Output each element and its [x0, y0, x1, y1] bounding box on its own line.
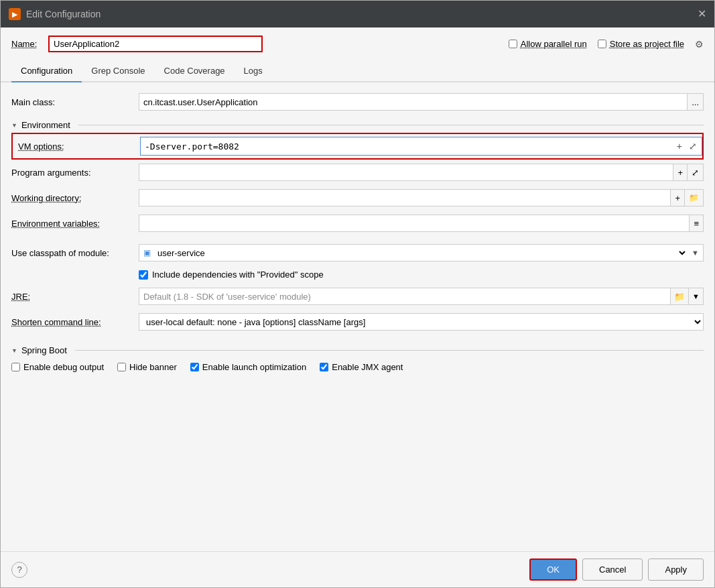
vm-options-plus-button[interactable]: +	[675, 140, 684, 152]
vm-options-input-wrapper: + ⤢	[140, 137, 702, 156]
use-classpath-label: Use classpath of module:	[11, 248, 139, 258]
shorten-command-line-label: Shorten command line:	[11, 317, 139, 327]
jre-input-group: 📁 ▼	[139, 288, 704, 305]
include-deps-label: Include dependencies with "Provided" sco…	[152, 270, 324, 280]
env-variables-input[interactable]	[139, 215, 690, 232]
app-icon: ▶	[9, 8, 21, 20]
content-area: Main class: ... ▼ Environment VM options…	[1, 82, 714, 551]
section-divider	[78, 125, 704, 125]
allow-parallel-run-label[interactable]: Allow parallel run	[509, 39, 587, 49]
name-input-wrapper	[48, 36, 263, 52]
close-button[interactable]: ✕	[698, 9, 706, 19]
tab-logs[interactable]: Logs	[235, 60, 272, 82]
vm-options-buttons: + ⤢	[672, 140, 702, 152]
enable-jmx-agent-checkbox[interactable]	[320, 363, 328, 371]
hide-banner-option[interactable]: Hide banner	[117, 362, 177, 372]
help-button[interactable]: ?	[11, 562, 27, 578]
enable-debug-output-option[interactable]: Enable debug output	[11, 362, 104, 372]
working-directory-label: Working directory:	[11, 193, 139, 203]
bottom-buttons-group: OK Cancel Apply	[529, 558, 704, 581]
spring-boot-options-row: Enable debug output Hide banner Enable l…	[11, 358, 704, 376]
tab-code-coverage[interactable]: Code Coverage	[155, 60, 235, 82]
jre-chevron-button[interactable]: ▼	[688, 288, 703, 304]
module-chevron-icon: ▼	[688, 249, 703, 257]
env-variables-browse-button[interactable]: ≡	[690, 215, 704, 232]
tabs-bar: Configuration Grep Console Code Coverage…	[1, 60, 714, 82]
enable-jmx-agent-label: Enable JMX agent	[332, 362, 403, 372]
shorten-command-line-row: Shorten command line: user-local default…	[11, 309, 704, 335]
name-row-right: Allow parallel run Store as project file…	[509, 39, 704, 50]
working-directory-input-group: + 📁	[139, 189, 704, 207]
allow-parallel-run-checkbox[interactable]	[509, 40, 517, 48]
include-deps-row: Include dependencies with "Provided" sco…	[11, 266, 704, 284]
tab-configuration[interactable]: Configuration	[11, 60, 82, 82]
enable-debug-output-checkbox[interactable]	[11, 363, 20, 371]
vm-options-label: VM options:	[13, 141, 140, 152]
env-variables-row: Environment variables: ≡	[11, 211, 704, 236]
collapse-triangle-icon: ▼	[11, 122, 17, 129]
vm-options-expand-button[interactable]: ⤢	[687, 140, 699, 152]
hide-banner-label: Hide banner	[129, 362, 177, 372]
bottom-bar: ? OK Cancel Apply	[1, 551, 714, 587]
include-deps-checkbox[interactable]	[139, 270, 148, 280]
title-bar-left: ▶ Edit Configuration	[9, 8, 101, 20]
main-class-label: Main class:	[11, 97, 139, 107]
use-classpath-row: Use classpath of module: ▣ user-service …	[11, 240, 704, 266]
module-select[interactable]: user-service	[155, 245, 688, 261]
store-as-project-file-label[interactable]: Store as project file	[598, 39, 684, 49]
working-directory-folder-button[interactable]: 📁	[685, 189, 704, 207]
dialog-title: Edit Configuration	[26, 9, 101, 19]
program-arguments-row: Program arguments: + ⤢	[11, 160, 704, 185]
spring-boot-triangle-icon: ▼	[11, 347, 17, 354]
enable-debug-output-label: Enable debug output	[23, 362, 104, 372]
enable-jmx-agent-option[interactable]: Enable JMX agent	[320, 362, 403, 372]
edit-configuration-dialog: ▶ Edit Configuration ✕ Name: Allow paral…	[0, 0, 715, 588]
gear-icon[interactable]: ⚙	[695, 39, 704, 50]
apply-button[interactable]: Apply	[648, 558, 704, 581]
main-class-row: Main class: ...	[11, 89, 704, 115]
store-as-project-file-checkbox[interactable]	[598, 40, 606, 48]
name-input[interactable]	[50, 37, 261, 51]
program-arguments-input[interactable]	[139, 164, 673, 181]
spring-boot-section-header[interactable]: ▼ Spring Boot	[11, 340, 704, 358]
jre-input[interactable]	[139, 292, 670, 302]
main-class-browse-button[interactable]: ...	[688, 93, 704, 111]
main-class-input[interactable]	[139, 93, 688, 111]
tab-grep-console[interactable]: Grep Console	[82, 60, 154, 82]
enable-launch-optimization-checkbox[interactable]	[190, 363, 199, 371]
cancel-button[interactable]: Cancel	[582, 558, 643, 581]
jre-row: JRE: 📁 ▼	[11, 284, 704, 309]
working-directory-plus-button[interactable]: +	[671, 189, 685, 207]
spring-boot-section-divider	[75, 350, 704, 351]
program-arguments-label: Program arguments:	[11, 168, 139, 178]
spring-boot-label: Spring Boot	[21, 345, 67, 355]
name-row: Name: Allow parallel run Store as projec…	[1, 27, 714, 60]
hide-banner-checkbox[interactable]	[117, 363, 126, 371]
enable-launch-optimization-option[interactable]: Enable launch optimization	[190, 362, 306, 372]
environment-label: Environment	[21, 120, 70, 130]
shorten-command-line-select[interactable]: user-local default: none - java [options…	[139, 313, 704, 331]
enable-launch-optimization-label: Enable launch optimization	[202, 362, 306, 372]
main-class-input-group: ...	[139, 93, 704, 111]
working-directory-row: Working directory: + 📁	[11, 185, 704, 211]
env-variables-label: Environment variables:	[11, 219, 139, 229]
ok-button[interactable]: OK	[529, 558, 577, 581]
jre-label: JRE:	[11, 292, 139, 302]
module-select-wrapper: ▣ user-service ▼	[139, 244, 704, 261]
module-icon: ▣	[139, 248, 155, 257]
environment-section-header[interactable]: ▼ Environment	[11, 115, 704, 133]
jre-folder-button[interactable]: 📁	[670, 288, 688, 304]
program-arguments-expand-button[interactable]: ⤢	[688, 164, 704, 181]
env-variables-input-group: ≡	[139, 215, 704, 232]
name-label: Name:	[11, 39, 42, 49]
vm-options-row: VM options: + ⤢	[11, 133, 704, 160]
program-arguments-input-group: + ⤢	[139, 164, 704, 181]
title-bar: ▶ Edit Configuration ✕	[1, 1, 714, 27]
working-directory-input[interactable]	[139, 189, 671, 207]
program-arguments-plus-button[interactable]: +	[673, 164, 688, 181]
vm-options-input[interactable]	[141, 139, 672, 154]
